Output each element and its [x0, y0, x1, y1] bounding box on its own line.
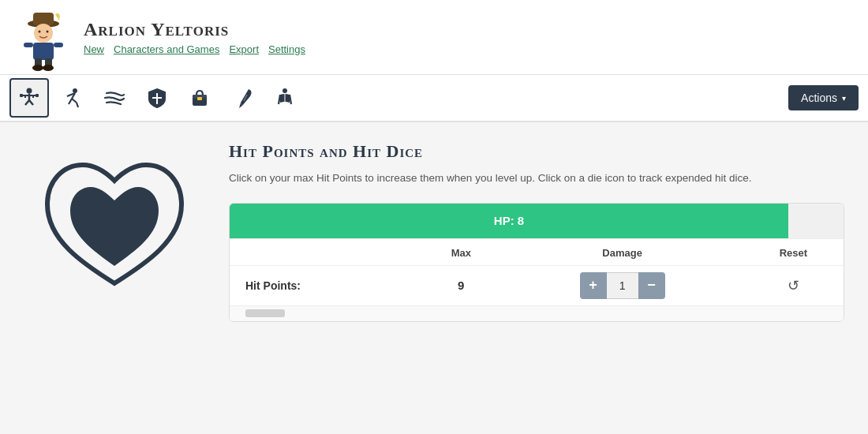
header-text: Arlion Yeltoris New Characters and Games… [84, 19, 305, 55]
actions-label: Actions [801, 92, 837, 104]
hp-bar-empty [788, 204, 844, 238]
svg-rect-10 [24, 43, 33, 47]
col-header-max: Max [421, 238, 501, 265]
svg-line-15 [29, 100, 33, 105]
svg-point-2 [34, 24, 53, 43]
hp-card: HP: 8 Max Damage Reset Hit Points: [229, 203, 844, 322]
svg-point-3 [39, 31, 41, 33]
svg-line-36 [279, 95, 280, 104]
toolbar-btn-magic[interactable] [95, 78, 134, 118]
svg-rect-32 [197, 97, 202, 100]
table-row: Hit Points: 9 + 1 − [230, 265, 844, 305]
toolbar-btn-reading[interactable] [265, 78, 305, 118]
svg-rect-1 [33, 13, 54, 25]
row-label: Hit Points: [230, 265, 421, 305]
svg-point-9 [43, 65, 54, 71]
heart-illustration [36, 149, 193, 307]
plus-icon: + [589, 277, 597, 294]
hp-bar-label: HP: 8 [494, 214, 524, 227]
content-section: Hit Points and Hit Dice Click on your ma… [229, 141, 844, 419]
svg-rect-17 [20, 94, 23, 97]
nav-links: New Characters and Games Export Settings [84, 43, 305, 55]
nav-characters[interactable]: Characters and Games [114, 43, 219, 55]
svg-line-24 [72, 99, 77, 103]
toolbar-icons [9, 78, 788, 118]
minus-icon: − [647, 277, 656, 294]
toolbar-btn-bag[interactable] [180, 78, 219, 118]
svg-point-4 [47, 31, 49, 33]
avatar [16, 9, 71, 65]
hp-bar-row: HP: 8 [230, 204, 844, 238]
col-header-label [230, 238, 421, 265]
svg-line-23 [69, 99, 72, 104]
nav-settings[interactable]: Settings [268, 43, 305, 55]
toolbar: Actions ▾ [0, 75, 868, 122]
row-damage-controls: + 1 − [501, 265, 743, 305]
svg-point-21 [73, 88, 77, 93]
reset-icon: ↺ [788, 278, 799, 294]
svg-point-34 [282, 88, 287, 93]
svg-line-37 [290, 95, 291, 104]
row-max-value[interactable]: 9 [421, 265, 501, 305]
bottom-row-bar [245, 309, 285, 317]
section-title: Hit Points and Hit Dice [229, 141, 844, 162]
site-title: Arlion Yeltoris [84, 19, 305, 40]
damage-value: 1 [607, 272, 638, 299]
nav-new[interactable]: New [84, 43, 104, 55]
svg-point-12 [27, 88, 32, 94]
svg-rect-11 [54, 43, 63, 47]
hp-table: Max Damage Reset Hit Points: 9 [230, 238, 844, 305]
damage-plus-button[interactable]: + [580, 272, 607, 299]
toolbar-btn-quill[interactable] [223, 78, 262, 118]
damage-minus-button[interactable]: − [638, 272, 665, 299]
toolbar-btn-shield[interactable] [137, 78, 177, 118]
svg-point-8 [32, 65, 43, 71]
toolbar-btn-exercises[interactable] [9, 78, 49, 118]
nav-export[interactable]: Export [229, 43, 259, 55]
row-reset-cell: ↺ [743, 265, 844, 305]
col-header-damage: Damage [501, 238, 743, 265]
svg-rect-18 [36, 94, 39, 97]
bottom-row-hint [230, 305, 844, 321]
reset-button[interactable]: ↺ [781, 274, 806, 297]
hp-bar-fill[interactable]: HP: 8 [230, 204, 788, 238]
table-header-row: Max Damage Reset [230, 238, 844, 265]
svg-line-26 [77, 103, 78, 107]
section-description: Click on your max Hit Points to increase… [229, 170, 821, 187]
actions-button[interactable]: Actions ▾ [788, 85, 859, 110]
svg-rect-5 [33, 43, 54, 60]
toolbar-btn-combat[interactable] [52, 78, 92, 118]
heart-section [24, 141, 205, 419]
header: Arlion Yeltoris New Characters and Games… [0, 0, 868, 75]
col-header-reset: Reset [743, 238, 844, 265]
actions-caret: ▾ [842, 94, 846, 103]
main-content: Hit Points and Hit Dice Click on your ma… [0, 122, 868, 434]
